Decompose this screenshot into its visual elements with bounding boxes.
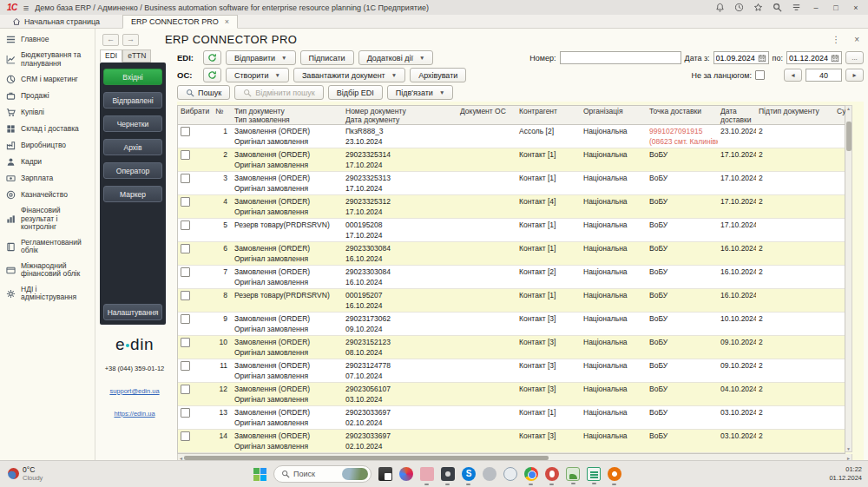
sidebar-item-salary[interactable]: Зарплата	[0, 170, 95, 187]
main-menu-icon[interactable]: ≡	[23, 3, 29, 12]
table-row-5[interactable]: 5 Резерв товару(PRDRSRVN) 00019520817.10…	[178, 219, 845, 242]
more-dates-button[interactable]: ...	[845, 51, 864, 64]
form-more-icon[interactable]: ⋮	[832, 35, 840, 44]
col-sum[interactable]: Сума	[834, 106, 846, 124]
table-row-3[interactable]: 3 Замовлення (ORDER)Оригінал замовлення …	[178, 172, 845, 195]
tab-close-icon[interactable]: ×	[225, 17, 229, 26]
support-email-link[interactable]: support@edin.ua	[100, 387, 169, 395]
table-row-6[interactable]: 6 Замовлення (ORDER)Оригінал замовлення …	[178, 242, 845, 266]
back-button[interactable]: ←	[102, 34, 119, 46]
col-docnum[interactable]: Номер документуДата документу	[343, 106, 457, 124]
tab-ettn[interactable]: eTTN	[122, 49, 151, 63]
calendar-icon[interactable]	[831, 54, 839, 63]
notifications-bell-icon[interactable]	[715, 3, 725, 12]
sidebar-item-regaccount[interactable]: Регламентований облік	[0, 235, 95, 259]
row-checkbox[interactable]	[181, 338, 190, 347]
row-checkbox[interactable]	[181, 361, 190, 371]
cancel-search-button[interactable]: Відмінити пошук	[234, 85, 324, 100]
task-view-icon[interactable]	[378, 467, 392, 481]
date-to-field[interactable]	[786, 51, 842, 64]
minimize-button[interactable]: –	[811, 3, 821, 12]
sidebar-item-production[interactable]: Виробництво	[0, 137, 95, 154]
link-button[interactable]: Підв'язати▼	[387, 85, 454, 100]
edin-site-link[interactable]: https://edin.ua	[100, 410, 169, 418]
extra-actions-button[interactable]: Додаткові дії▼	[358, 50, 434, 65]
sidebar-item-hr[interactable]: Кадри	[0, 154, 95, 170]
col-point[interactable]: Точка доставки	[647, 106, 718, 124]
table-row-10[interactable]: 10 Замовлення (ORDER)Оригінал замовлення…	[178, 336, 845, 359]
col-subtype[interactable]: Підтип документу	[756, 106, 834, 124]
sidebar-item-budget[interactable]: Бюджетування та планування	[0, 48, 95, 71]
row-checkbox[interactable]	[181, 267, 190, 277]
date-from-input[interactable]	[714, 53, 758, 63]
search-button[interactable]: Пошук	[177, 85, 230, 100]
table-row-13[interactable]: 13 Замовлення (ORDER)Оригінал замовлення…	[178, 406, 845, 430]
table-row-12[interactable]: 12 Замовлення (ORDER)Оригінал замовлення…	[178, 383, 845, 406]
sidebar-item-warehouse[interactable]: Склад і доставка	[0, 121, 95, 137]
row-checkbox[interactable]	[181, 197, 190, 207]
folder-button-sent[interactable]: Відправлені	[103, 92, 162, 109]
folder-button-incoming[interactable]: Вхідні	[103, 69, 162, 85]
col-select[interactable]: Вибрати	[178, 106, 213, 124]
global-search-icon[interactable]	[773, 3, 782, 12]
number-input[interactable]	[560, 51, 681, 64]
settings-button[interactable]: Налаштування	[103, 304, 162, 320]
chrome-icon[interactable]	[524, 467, 538, 481]
os-refresh-button[interactable]	[203, 68, 221, 82]
close-button[interactable]: ×	[851, 3, 861, 12]
row-checkbox[interactable]	[181, 127, 190, 136]
table-row-9[interactable]: 9 Замовлення (ORDER)Оригінал замовлення …	[178, 313, 845, 336]
browser-icon[interactable]	[608, 467, 621, 481]
table-row-2[interactable]: 2 Замовлення (ORDER)Оригінал замовлення …	[178, 148, 845, 172]
folder-button-archive[interactable]: Архів	[103, 139, 162, 155]
camera-app-icon[interactable]	[441, 467, 455, 481]
table-row-8[interactable]: 8 Резерв товару(PRDRSRVN) 00019520716.10…	[178, 289, 845, 313]
create-button[interactable]: Створити▼	[226, 68, 289, 82]
chain-checkbox[interactable]	[755, 70, 765, 80]
table-row-14[interactable]: 14 Замовлення (ORDER)Оригінал замовлення…	[178, 430, 845, 453]
folder-button-drafts[interactable]: Чернетки	[103, 115, 162, 132]
photos-app-icon[interactable]	[399, 467, 413, 481]
row-checkbox[interactable]	[181, 150, 190, 160]
search-highlight-image[interactable]	[342, 468, 368, 480]
sidebar-item-admin[interactable]: НДІ і адміністрування	[0, 282, 95, 306]
table-row-4[interactable]: 4 Замовлення (ORDER)Оригінал замовлення …	[178, 195, 845, 219]
row-checkbox[interactable]	[181, 431, 190, 441]
table-row-11[interactable]: 11 Замовлення (ORDER)Оригінал замовлення…	[178, 359, 845, 383]
row-checkbox[interactable]	[181, 220, 190, 230]
row-checkbox[interactable]	[181, 291, 190, 300]
sidebar-item-treasury[interactable]: Казначейство	[0, 187, 95, 203]
forward-button[interactable]: →	[122, 34, 139, 46]
archive-button[interactable]: Архівувати	[410, 68, 466, 82]
col-os[interactable]: Документ ОС	[457, 106, 516, 124]
col-num[interactable]: №	[213, 106, 232, 124]
vertical-scrollbar[interactable]: ▲▼	[845, 105, 852, 452]
horizontal-scrollbar-thumb[interactable]	[184, 456, 549, 460]
sidebar-item-finresult[interactable]: Фінансовий результат і контролінг	[0, 203, 95, 235]
sign-button[interactable]: Підписати	[300, 50, 354, 65]
tab-erp-connector-pro[interactable]: ERP CONNECTOR PRO ×	[122, 15, 238, 29]
page-prev-button[interactable]: ◂	[784, 69, 802, 82]
taskbar-search[interactable]: Поиск	[273, 465, 372, 483]
tab-edi[interactable]: EDI	[100, 49, 122, 63]
date-from-field[interactable]	[713, 51, 769, 64]
form-close-icon[interactable]: ×	[854, 35, 859, 44]
folder-button-operator[interactable]: Оператор	[103, 162, 162, 179]
horizontal-scrollbar[interactable]: ◂▸	[177, 454, 852, 460]
sidebar-item-ifrs[interactable]: Міжнародний фінансовий облік	[0, 259, 95, 282]
vertical-scrollbar-thumb[interactable]	[846, 122, 852, 151]
row-checkbox[interactable]	[181, 314, 190, 324]
opera-icon[interactable]	[545, 467, 559, 481]
globe-app-icon[interactable]	[503, 467, 517, 481]
sidebar-item-glavnoe[interactable]: Главное	[0, 31, 95, 48]
history-icon[interactable]	[734, 3, 744, 12]
sidebar-item-sales[interactable]: Продажі	[0, 88, 95, 104]
row-checkbox[interactable]	[181, 385, 190, 394]
date-to-input[interactable]	[787, 53, 831, 63]
table-row-1[interactable]: 1 Замовлення (ORDER)Оригінал замовлення …	[178, 125, 845, 148]
send-button[interactable]: Відправити▼	[226, 50, 296, 65]
start-button[interactable]	[253, 468, 266, 481]
row-checkbox[interactable]	[181, 244, 190, 253]
document-app-icon[interactable]	[587, 467, 601, 481]
taskbar-clock[interactable]: 01:22 01.12.2024	[829, 465, 862, 483]
